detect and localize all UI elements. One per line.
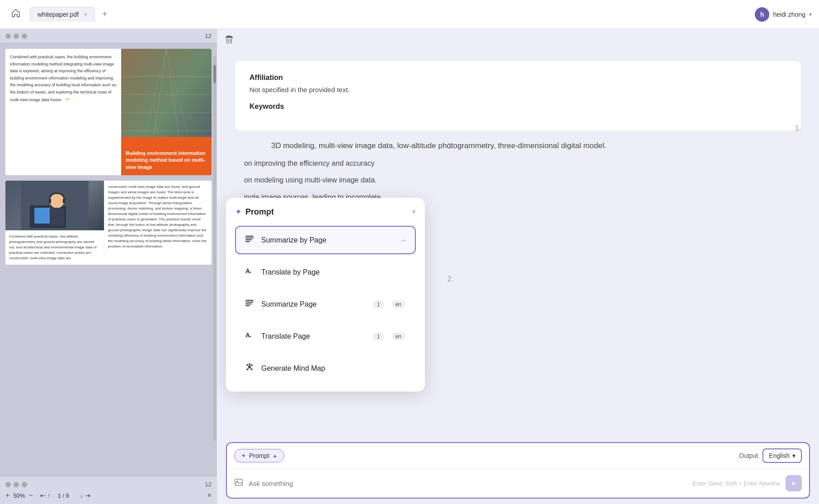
prev-page-button[interactable]: ↑ [47,492,51,499]
send-icon: ➤ [791,480,796,487]
image-input-icon [234,478,243,489]
svg-rect-7 [121,112,212,113]
pdf-bottom-icon-3 [22,482,27,487]
popup-item-generate-mind-map[interactable]: Generate Mind Map [235,354,416,383]
svg-rect-21 [63,199,65,203]
main-layout: 12 Combined with practical cases, the bu… [0,29,819,504]
popup-title-row: ✦ Prompt [235,207,274,217]
pdf-person-image [5,181,104,230]
bottom-bar: ✦ Prompt ▲ Output English ▾ Enter Sen [226,442,810,499]
input-row: Enter Send; Shift + Enter Newline ➤ [227,469,809,498]
number-badge-large [244,140,262,152]
summarize-page-icon [244,298,255,310]
username: heidi zhong [773,11,805,18]
svg-rect-35 [245,305,250,306]
output-label: Output [739,452,758,459]
popup-item-translate-page[interactable]: A* Translate Page 1 en [235,322,416,350]
svg-rect-34 [245,303,252,304]
language-select[interactable]: English ▾ [763,448,802,463]
language-chevron-icon: ▾ [792,452,795,459]
popup-close-button[interactable]: × [412,208,416,216]
home-button[interactable] [7,5,24,24]
pdf-page-number-top: 12 [205,33,212,39]
pdf-left-col: Combined with practical cases, low-altit… [5,181,104,265]
zoom-in-button[interactable]: + [5,491,9,499]
popup-item-summarize-page[interactable]: Summarize Page 1 en [235,290,416,318]
user-menu-chevron-icon[interactable]: ▾ [809,11,812,18]
new-tab-button[interactable]: + [102,9,108,19]
svg-point-18 [50,194,64,208]
popup-item-label-summarize-page: Summarize Page [261,300,367,308]
keywords-section: Keywords [249,103,786,111]
pdf-left-text: Combined with practical cases, low-altit… [5,230,104,265]
popup-item-summarize-by-page[interactable]: Summarize by Page → [235,226,416,254]
svg-point-41 [246,369,248,370]
pdf-icon-3 [22,33,27,39]
pdf-right-col: constructed, multi-view image data are f… [104,181,212,265]
pdf-text-left: Combined with practical cases, the build… [5,49,121,175]
go-to-last-page-button[interactable]: ⇥ [85,492,90,499]
affiliation-section: Affiliation Not specified in the provide… [249,74,786,95]
pdf-page-number-bottom: 12 [205,481,212,488]
affiliation-text: Not specified in the provided text. [249,84,786,95]
avatar: h [755,7,769,22]
svg-point-43 [249,363,250,365]
svg-rect-28 [245,239,252,240]
popup-item-arrow-summarize-by-page: → [400,236,407,244]
pdf-bottom-icon-2 [14,482,19,487]
pdf-bottom-top-row: 12 [5,481,212,488]
language-value: English [769,452,790,459]
bg-text-3: on modeling using multi-view image data. [244,174,792,186]
edit-icon: ✏ [66,96,70,103]
pdf-orange-title: Building environment information modelin… [126,150,207,171]
svg-rect-26 [245,236,254,237]
next-page-button[interactable]: ↓ [80,492,83,499]
popup-star-icon: ✦ [235,207,242,217]
prompt-popup: ✦ Prompt × Summarize by Page → [226,198,425,392]
svg-rect-27 [245,238,254,238]
pdf-icon-1 [5,33,11,39]
go-to-first-page-button[interactable]: ⇤ [40,492,46,499]
tab-close-button[interactable]: × [84,11,87,18]
bg-text-2: on improving the efficiency and accuracy [244,157,792,169]
popup-item-translate-by-page[interactable]: A* Translate by Page [235,258,416,286]
popup-title: Prompt [245,207,274,217]
user-section: h heidi zhong ▾ [755,7,812,22]
bottom-bar-controls: ✦ Prompt ▲ Output English ▾ [227,443,809,469]
svg-rect-20 [49,199,51,203]
popup-item-label-translate-page: Translate Page [261,332,367,341]
pdf-top-toolbar: 12 [0,29,217,43]
translate-page-icon: A* [244,330,255,342]
send-button[interactable]: ➤ [786,475,802,491]
popup-item-badge-1-summarize: 1 [373,300,384,308]
annotation-2: 2. [447,275,453,283]
zoom-out-button[interactable]: − [28,491,33,499]
output-section: Output English ▾ [739,448,802,463]
right-panel: 1. Affiliation Not specified in the prov… [217,29,819,504]
pdf-page-lower: Combined with practical cases, low-altit… [5,181,212,265]
right-content: 1. Affiliation Not specified in the prov… [217,52,819,437]
svg-rect-5 [121,76,212,77]
annotation-3: 3. [447,142,453,150]
pdf-bottom-icons [5,482,27,487]
svg-rect-33 [245,302,254,303]
pdf-scrollbar[interactable] [213,56,216,441]
delete-button[interactable] [224,34,234,47]
right-toolbar [217,29,819,52]
pdf-tab[interactable]: whitepaper.pdf × [30,7,95,22]
pdf-nav-bar: + 50% − ⇤ ↑ 1 / 8 ↓ ⇥ × [5,491,212,499]
chat-input[interactable] [249,480,687,487]
pdf-building-image: Building environment information modelin… [121,49,212,175]
prompt-star-icon: ✦ [241,452,246,459]
popup-item-badge-2-translate: en [392,332,405,341]
pdf-close-button[interactable]: × [207,491,212,499]
svg-text:*: * [249,271,252,276]
pdf-orange-banner: Building environment information modelin… [121,145,212,175]
svg-rect-22 [227,36,231,37]
popup-items: Summarize by Page → A* Translate by Page [235,226,416,383]
svg-rect-6 [121,94,212,95]
pdf-nav-arrows: ⇤ ↑ [40,492,51,499]
prompt-toggle-button[interactable]: ✦ Prompt ▲ [234,449,284,462]
generate-mind-map-icon [244,362,255,374]
pdf-top-icons [5,33,27,39]
